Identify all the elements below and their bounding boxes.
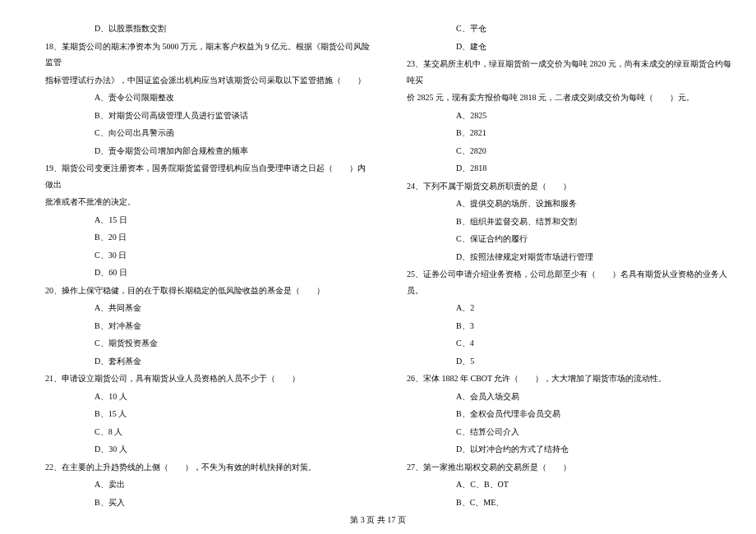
q24-option-c: C、保证合约的履行 bbox=[386, 231, 731, 247]
q20-stem: 20、操作上保守稳健，目的在于取得长期稳定的低风险收益的基金是（ ） bbox=[25, 283, 370, 299]
q21-option-a: A、10 人 bbox=[25, 389, 370, 405]
q26-stem: 26、宋体 1882 年 CBOT 允许（ ），大大增加了期货市场的流动性。 bbox=[386, 371, 731, 387]
prev-option-d: D、建仓 bbox=[386, 39, 731, 55]
q20-option-d: D、套利基金 bbox=[25, 353, 370, 370]
q23-option-b: B、2821 bbox=[386, 125, 731, 141]
q18-option-a: A、责令公司限期整改 bbox=[25, 90, 370, 106]
left-column: D、以股票指数交割 18、某期货公司的期末净资本为 5000 万元，期末客户权益… bbox=[25, 21, 370, 501]
prev-option-c: C、平仓 bbox=[386, 21, 731, 37]
page-footer: 第 3 页 共 17 页 bbox=[0, 514, 756, 526]
q26-option-b: B、全权会员代理非会员交易 bbox=[386, 406, 731, 422]
q26-option-a: A、会员入场交易 bbox=[386, 389, 731, 405]
q23-option-a: A、2825 bbox=[386, 108, 731, 124]
q25-option-c: C、4 bbox=[386, 335, 731, 352]
q24-option-b: B、组织并监督交易、结算和交割 bbox=[386, 214, 731, 230]
q25-option-b: B、3 bbox=[386, 318, 731, 334]
q19-stem-2: 批准或者不批准的决定。 bbox=[25, 194, 370, 210]
q27-option-b: B、C、ME、 bbox=[386, 495, 731, 511]
q23-stem-1: 23、某交易所主机中，绿豆期货前一成交价为每吨 2820 元，尚有未成交的绿豆期… bbox=[386, 56, 731, 88]
q21-option-d: D、30 人 bbox=[25, 441, 370, 458]
q20-option-c: C、期货投资基金 bbox=[25, 335, 370, 352]
q23-stem-2: 价 2825 元，现有卖方报价每吨 2818 元，二者成交则成交价为每吨（ ）元… bbox=[386, 90, 731, 106]
q24-stem: 24、下列不属于期货交易所职责的是（ ） bbox=[386, 178, 731, 195]
q20-option-b: B、对冲基金 bbox=[25, 318, 370, 334]
right-column: C、平仓 D、建仓 23、某交易所主机中，绿豆期货前一成交价为每吨 2820 元… bbox=[386, 21, 731, 501]
q24-option-a: A、提供交易的场所、设施和服务 bbox=[386, 196, 731, 212]
q22-stem: 22、在主要的上升趋势线的上侧（ ），不失为有效的时机抉择的对策。 bbox=[25, 459, 370, 476]
q25-option-d: D、5 bbox=[386, 353, 731, 370]
q19-option-a: A、15 日 bbox=[25, 212, 370, 228]
q19-option-b: B、20 日 bbox=[25, 229, 370, 246]
q20-option-a: A、共同基金 bbox=[25, 300, 370, 316]
q19-stem-1: 19、期货公司变更注册资本，国务院期货监督管理机构应当自受理申请之日起（ ）内做… bbox=[25, 160, 370, 192]
q18-option-d: D、责令期货公司增加内部合规检查的频率 bbox=[25, 143, 370, 159]
q21-option-c: C、8 人 bbox=[25, 424, 370, 440]
q18-stem-1: 18、某期货公司的期末净资本为 5000 万元，期末客户权益为 9 亿元。根据《… bbox=[25, 39, 370, 71]
q27-option-a: A、C、B、OT bbox=[386, 476, 731, 493]
q18-option-c: C、向公司出具警示函 bbox=[25, 125, 370, 141]
q26-option-c: C、结算公司介入 bbox=[386, 424, 731, 440]
q27-stem: 27、第一家推出期权交易的交易所是（ ） bbox=[386, 459, 731, 476]
q25-stem: 25、证券公司申请介绍业务资格，公司总部至少有（ ）名具有期货从业资格的业务人员… bbox=[386, 266, 731, 298]
q26-option-d: D、以对冲合约的方式了结持仓 bbox=[386, 441, 731, 458]
option-d-prev: D、以股票指数交割 bbox=[25, 21, 370, 37]
q19-option-d: D、60 日 bbox=[25, 265, 370, 281]
q24-option-d: D、按照法律规定对期货市场进行管理 bbox=[386, 249, 731, 265]
q23-option-c: C、2820 bbox=[386, 143, 731, 159]
q18-stem-2: 指标管理试行办法》，中国证监会派出机构应当对该期货公司采取以下监管措施（ ） bbox=[25, 72, 370, 89]
q21-option-b: B、15 人 bbox=[25, 406, 370, 422]
q18-option-b: B、对期货公司高级管理人员进行监管谈话 bbox=[25, 108, 370, 124]
q23-option-d: D、2818 bbox=[386, 160, 731, 177]
q22-option-b: B、买入 bbox=[25, 495, 370, 511]
q22-option-a: A、卖出 bbox=[25, 476, 370, 493]
q21-stem: 21、申请设立期货公司，具有期货从业人员资格的人员不少于（ ） bbox=[25, 371, 370, 387]
q19-option-c: C、30 日 bbox=[25, 247, 370, 264]
q25-option-a: A、2 bbox=[386, 300, 731, 316]
